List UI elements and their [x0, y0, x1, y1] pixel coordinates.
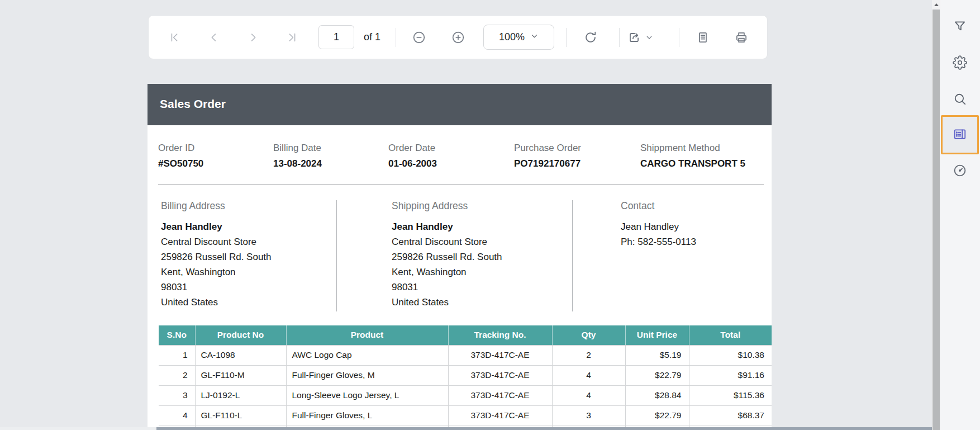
field-label: Order ID [158, 142, 203, 154]
zoom-in-icon [451, 30, 465, 45]
billing-line: 98031 [161, 280, 272, 295]
sidebar-item-performance[interactable] [949, 160, 971, 182]
cell-sno: 4 [159, 405, 195, 426]
document-icon [696, 30, 710, 45]
zoom-level-value: 100% [499, 31, 525, 43]
vertical-scrollbar-thumb[interactable] [933, 10, 940, 430]
zoom-in-button[interactable] [451, 30, 465, 45]
vertical-scrollbar[interactable] [932, 0, 940, 430]
cell-qty: 4 [552, 385, 625, 405]
field-value: 01-06-2003 [388, 158, 437, 170]
speedometer-icon [953, 163, 967, 179]
cell-total: $10.38 [689, 345, 772, 365]
sidebar-item-parameters[interactable] [949, 124, 971, 146]
field-label: Shippment Method [640, 142, 745, 154]
contact-name: Jean Handley [621, 219, 696, 234]
page-number-input[interactable] [318, 25, 354, 49]
next-page-button[interactable] [246, 30, 260, 45]
chevron-down-icon [645, 34, 653, 41]
billing-line: United States [161, 295, 272, 310]
zoom-out-button[interactable] [412, 30, 426, 45]
column-header-sno: S.No [159, 325, 195, 345]
table-row: 2 GL-F110-M Full-Finger Gloves, M 373D-4… [159, 365, 772, 385]
cell-qty: 3 [552, 405, 625, 426]
section-divider [158, 185, 764, 185]
column-header-product: Product [286, 325, 448, 345]
report-title: Sales Order [160, 97, 226, 111]
filter-funnel-icon [953, 19, 967, 35]
field-purchase-order: Purchase Order PO7192170677 [514, 142, 581, 170]
billing-name: Jean Handley [161, 219, 272, 234]
chevron-down-icon [530, 32, 539, 42]
field-value: CARGO TRANSPORT 5 [640, 158, 745, 170]
report-title-band: Sales Order [148, 84, 772, 125]
cell-sno: 1 [159, 345, 195, 365]
column-header-product-no: Product No [195, 325, 286, 345]
toolbar-separator [396, 28, 396, 47]
billing-line: 259826 Russell Rd. South [161, 249, 272, 264]
sidebar-item-search[interactable] [949, 88, 971, 111]
refresh-button[interactable] [583, 30, 598, 45]
shipping-line: 259826 Russell Rd. South [392, 249, 502, 264]
table-row: 4 GL-F110-L Full-Finger Gloves, L 373D-4… [159, 405, 772, 426]
field-label: Billing Date [273, 142, 322, 154]
cell-product-no: GL-F110-L [195, 405, 286, 426]
billing-address-block: Billing Address Jean Handley Central Dis… [161, 200, 272, 310]
zoom-out-icon [412, 30, 426, 45]
shipping-address-block: Shipping Address Jean Handley Central Di… [392, 200, 502, 310]
cell-unit-price: $22.79 [625, 405, 689, 426]
zoom-level-dropdown[interactable]: 100% [483, 25, 554, 50]
sidebar-item-filter[interactable] [949, 16, 971, 38]
table-row: 3 LJ-0192-L Long-Sleeve Logo Jersey, L 3… [159, 385, 772, 405]
gear-icon [953, 55, 967, 72]
first-page-icon [168, 31, 180, 44]
search-icon [953, 92, 967, 108]
shipping-name: Jean Handley [392, 219, 502, 234]
field-billing-date: Billing Date 13-08-2024 [273, 142, 322, 170]
cell-product: Full-Finger Gloves, M [286, 365, 448, 385]
chevron-right-icon [247, 31, 259, 44]
export-dropdown-button[interactable] [645, 30, 654, 45]
table-header-row: S.No Product No Product Tracking No. Qty… [159, 325, 772, 345]
field-order-id: Order ID #SO50750 [158, 142, 203, 170]
column-header-total: Total [689, 325, 772, 345]
field-value: PO7192170677 [514, 158, 581, 170]
cell-sno: 3 [159, 385, 195, 405]
report-page: Sales Order Order ID #SO50750 Billing Da… [148, 84, 772, 427]
column-header-tracking-no: Tracking No. [448, 325, 552, 345]
cell-qty: 2 [552, 345, 625, 365]
shipping-line: 98031 [392, 280, 502, 295]
address-divider [336, 200, 337, 311]
printer-icon [734, 30, 749, 45]
cell-sno: 2 [159, 365, 195, 385]
shipping-address-label: Shipping Address [392, 200, 502, 212]
viewer-toolbar: of 1 100% [149, 16, 767, 59]
last-page-icon [286, 31, 298, 44]
field-shipment-method: Shippment Method CARGO TRANSPORT 5 [640, 142, 745, 170]
cell-tracking-no: 373D-417C-AE [448, 385, 552, 405]
toolbar-separator [566, 28, 567, 47]
chevron-left-icon [208, 31, 220, 44]
sidebar-item-settings[interactable] [949, 52, 971, 74]
report-viewer: of 1 100% [0, 0, 980, 430]
horizontal-scrollbar[interactable] [0, 427, 932, 430]
scroll-up-button[interactable] [932, 0, 940, 10]
print-button[interactable] [734, 30, 749, 45]
billing-address-label: Billing Address [161, 200, 272, 212]
last-page-button[interactable] [285, 30, 299, 45]
column-header-qty: Qty [552, 325, 625, 345]
parameters-panel-icon [953, 127, 967, 143]
horizontal-scrollbar-thumb[interactable] [156, 427, 932, 430]
cell-unit-price: $5.19 [625, 345, 689, 365]
shipping-line: Central Discount Store [392, 234, 502, 249]
field-value: #SO50750 [158, 158, 203, 170]
table-row: 1 CA-1098 AWC Logo Cap 373D-417C-AE 2 $5… [159, 345, 772, 365]
page-setup-button[interactable] [696, 30, 710, 45]
first-page-button[interactable] [167, 30, 182, 45]
export-button[interactable] [627, 30, 641, 45]
shipping-line: Kent, Washington [392, 264, 502, 280]
contact-phone: Ph: 582-555-0113 [621, 234, 696, 249]
address-divider [572, 200, 573, 311]
previous-page-button[interactable] [207, 30, 221, 45]
field-order-date: Order Date 01-06-2003 [388, 142, 437, 170]
